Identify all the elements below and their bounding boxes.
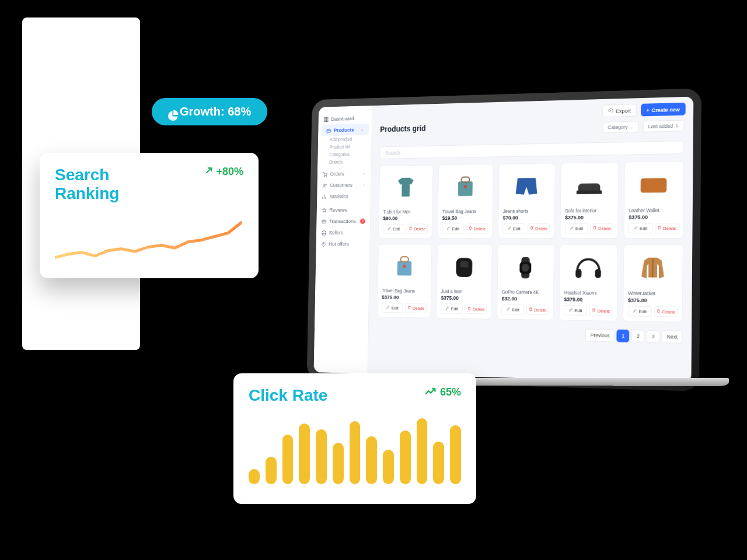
sidebar-item-label: Hot offers bbox=[329, 241, 349, 247]
svg-rect-1 bbox=[326, 117, 328, 119]
edit-button[interactable]: Edit bbox=[564, 305, 587, 316]
pager-page-1[interactable]: 1 bbox=[617, 330, 630, 342]
bar bbox=[433, 442, 444, 484]
sidebar-item-hot-offers[interactable]: Hot offers bbox=[316, 238, 370, 250]
delete-button[interactable]: Delete bbox=[589, 306, 612, 316]
bar bbox=[366, 436, 377, 485]
pager-previous[interactable]: Previous bbox=[585, 329, 615, 342]
pencil-icon bbox=[568, 307, 573, 313]
bar bbox=[383, 450, 394, 484]
product-price: $375.00 bbox=[565, 214, 613, 220]
pencil-icon bbox=[445, 306, 449, 312]
svg-rect-2 bbox=[324, 120, 326, 121]
product-price: $90.00 bbox=[383, 215, 428, 222]
delete-button[interactable]: Delete bbox=[590, 223, 613, 234]
tag-icon bbox=[321, 241, 326, 246]
delete-label: Delete bbox=[663, 226, 676, 231]
product-price: $19.50 bbox=[442, 215, 488, 221]
svg-point-7 bbox=[323, 184, 324, 186]
product-card[interactable]: Sofa for interior$375.00EditDelete bbox=[560, 162, 619, 239]
edit-button[interactable]: Edit bbox=[502, 223, 525, 233]
product-card[interactable]: Headset Xiaomi$375.00EditDelete bbox=[559, 244, 618, 321]
star-icon bbox=[322, 207, 327, 212]
sidebar-item-reviews[interactable]: Reviews bbox=[317, 204, 371, 215]
category-filter[interactable]: Category ⌄ bbox=[603, 121, 639, 133]
edit-button[interactable]: Edit bbox=[628, 306, 652, 317]
sidebar-item-label: Statistics bbox=[330, 193, 348, 199]
pager-page-3[interactable]: 3 bbox=[647, 330, 659, 343]
product-card[interactable]: Just a Item$375.00EditDelete bbox=[436, 244, 493, 320]
sidebar-item-label: Customers bbox=[330, 182, 352, 188]
product-card[interactable]: Jeans shorts$70.00EditDelete bbox=[498, 163, 556, 239]
search-ranking-delta: +80% bbox=[204, 166, 243, 178]
sidebar-item-transactions[interactable]: Transactions2 bbox=[316, 215, 370, 227]
sidebar-item-orders[interactable]: Orders⌄ bbox=[317, 167, 371, 180]
trash-icon bbox=[528, 307, 532, 313]
pager-next[interactable]: Next bbox=[662, 331, 682, 344]
product-name: T-shirt for Men bbox=[383, 209, 428, 215]
click-rate-delta: 65% bbox=[425, 386, 461, 398]
search-input[interactable]: Search bbox=[379, 141, 684, 159]
sidebar-item-dashboard[interactable]: Dashboard bbox=[319, 112, 372, 125]
product-name: Sofa for interior bbox=[565, 208, 613, 214]
pencil-icon bbox=[507, 226, 511, 232]
edit-button[interactable]: Edit bbox=[441, 304, 463, 314]
sidebar-item-sellers[interactable]: Sellers bbox=[316, 227, 370, 239]
product-price: $375.00 bbox=[564, 296, 612, 303]
edit-button[interactable]: Edit bbox=[501, 304, 524, 315]
bar bbox=[282, 435, 294, 484]
sidebar-item-label: Orders bbox=[330, 170, 345, 177]
box-icon bbox=[326, 127, 331, 132]
growth-label: Growth: 68% bbox=[180, 105, 251, 118]
product-card[interactable]: T-shirt for Men$90.00EditDelete bbox=[378, 165, 433, 239]
notification-badge: 2 bbox=[360, 218, 365, 223]
product-image bbox=[441, 249, 488, 286]
sidebar: DashboardProducts⌄Add productProduct lis… bbox=[314, 106, 373, 374]
sidebar-item-customers[interactable]: Customers⌄ bbox=[317, 179, 371, 191]
bar bbox=[400, 430, 411, 484]
delete-label: Delete bbox=[474, 226, 486, 232]
delete-button[interactable]: Delete bbox=[465, 304, 487, 314]
sidebar-item-statistics[interactable]: Statistics bbox=[317, 190, 371, 202]
trash-icon bbox=[656, 309, 661, 315]
delete-button[interactable]: Delete bbox=[654, 223, 678, 233]
product-image bbox=[564, 250, 613, 288]
bar bbox=[249, 469, 260, 484]
sidebar-item-label: Products bbox=[334, 127, 354, 133]
product-image bbox=[382, 249, 427, 286]
bar bbox=[450, 425, 461, 484]
svg-rect-3 bbox=[326, 120, 328, 121]
search-ranking-sparkline bbox=[55, 214, 242, 275]
edit-button[interactable]: Edit bbox=[629, 223, 652, 233]
sidebar-item-products[interactable]: Products⌄ bbox=[321, 124, 369, 136]
stats-icon bbox=[322, 194, 327, 199]
products-grid: T-shirt for Men$90.00EditDeleteTravel Ba… bbox=[377, 161, 684, 323]
product-card[interactable]: Travel Bag Jeans$19.50EditDelete bbox=[437, 164, 494, 239]
category-filter-label: Category bbox=[608, 124, 627, 131]
chevron-down-icon: ⌄ bbox=[630, 124, 634, 130]
edit-button[interactable]: Edit bbox=[382, 303, 403, 313]
delete-button[interactable]: Delete bbox=[527, 223, 550, 233]
product-card[interactable]: WinterJacket$375.00EditDelete bbox=[623, 244, 683, 323]
delete-button[interactable]: Delete bbox=[406, 224, 428, 234]
product-card[interactable]: Travel Bag Jeans$375.00EditDelete bbox=[377, 244, 432, 318]
sort-filter[interactable]: Last added ⇅ bbox=[643, 120, 685, 132]
edit-button[interactable]: Edit bbox=[565, 223, 588, 234]
chevron-down-icon: ⌄ bbox=[362, 171, 366, 176]
delete-label: Delete bbox=[413, 306, 424, 311]
pager-page-2[interactable]: 2 bbox=[631, 330, 644, 343]
delete-button[interactable]: Delete bbox=[405, 303, 427, 314]
edit-button[interactable]: Edit bbox=[383, 224, 404, 234]
product-name: Leather Wallet bbox=[629, 207, 678, 214]
product-image bbox=[629, 166, 679, 205]
edit-button[interactable]: Edit bbox=[442, 224, 464, 234]
product-card[interactable]: Leather Wallet$375.00EditDelete bbox=[624, 161, 684, 239]
delete-button[interactable]: Delete bbox=[654, 306, 678, 317]
sidebar-item-label: Dashboard bbox=[331, 116, 354, 122]
trash-icon bbox=[407, 306, 411, 312]
trash-icon bbox=[657, 225, 661, 231]
product-card[interactable]: GoPro Camera 4K$32.00EditDelete bbox=[497, 244, 554, 321]
delete-button[interactable]: Delete bbox=[466, 223, 488, 233]
delete-button[interactable]: Delete bbox=[526, 305, 549, 316]
trend-up-icon bbox=[425, 386, 438, 398]
